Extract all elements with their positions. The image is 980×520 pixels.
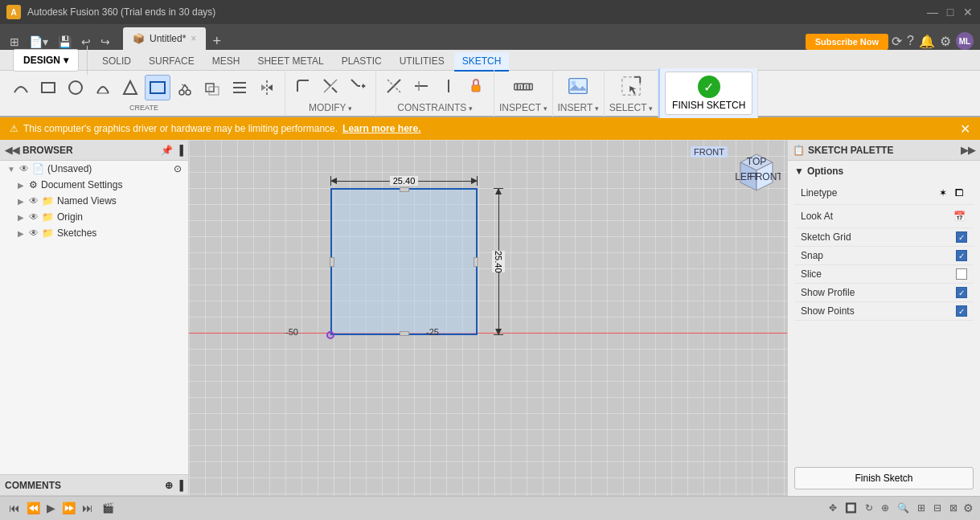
origin-eye[interactable]: 👁: [29, 211, 39, 223]
horizontal-tool[interactable]: [408, 73, 434, 99]
lock-tool[interactable]: [463, 73, 489, 99]
view-cube[interactable]: TOP LEFT FRONT: [732, 146, 781, 194]
show-profile-checkbox[interactable]: [956, 287, 967, 298]
insert-image-tool[interactable]: [565, 73, 591, 99]
browser-collapse[interactable]: ◀◀: [5, 145, 19, 156]
help-icon[interactable]: ?: [907, 34, 914, 48]
mid-handle-bottom[interactable]: [400, 331, 409, 336]
fillet-tool[interactable]: [290, 73, 316, 99]
tab-surface[interactable]: SURFACE: [141, 52, 203, 72]
minimize-button[interactable]: —: [927, 6, 938, 18]
sketch-grid-checkbox[interactable]: [956, 231, 967, 243]
extend-tool[interactable]: [345, 73, 371, 99]
playback-end[interactable]: ⏭: [80, 502, 96, 514]
dim-v-label[interactable]: 25.40: [492, 251, 505, 273]
canvas-area[interactable]: 25.40 25.40 -50 -25 FRONT TOP LEFT: [189, 140, 787, 496]
triangle-tool[interactable]: [117, 75, 143, 100]
sketches-toggle[interactable]: ▶: [16, 229, 26, 238]
slice-checkbox[interactable]: [956, 268, 967, 280]
root-eye[interactable]: 👁: [19, 163, 29, 174]
playback-next[interactable]: ⏩: [59, 502, 78, 514]
tree-origin[interactable]: ▶ 👁 📁 Origin: [0, 209, 188, 225]
tab-plastic[interactable]: PLASTIC: [334, 52, 390, 72]
dim-horizontal[interactable]: 25.40: [330, 174, 478, 188]
playback-start[interactable]: ⏮: [6, 502, 23, 514]
tree-root[interactable]: ▼ 👁 📄 (Unsaved) ⊙: [0, 161, 188, 177]
rectangle-tool[interactable]: [35, 75, 61, 100]
tree-doc-settings[interactable]: ▶ ⚙ Document Settings: [0, 177, 188, 193]
view-mode2[interactable]: ⊟: [931, 502, 944, 514]
origin-toggle[interactable]: ▶: [16, 213, 26, 222]
palette-finish-sketch-button[interactable]: Finish Sketch: [794, 467, 974, 489]
palette-expand[interactable]: ▶▶: [961, 145, 975, 156]
comments-panel-toggle[interactable]: ▐: [176, 480, 183, 491]
snap-checkbox[interactable]: [956, 250, 967, 261]
circle-tool[interactable]: [63, 75, 88, 100]
nv-toggle[interactable]: ▶: [16, 197, 26, 206]
maximize-button[interactable]: □: [945, 6, 956, 18]
offset-tool[interactable]: [199, 75, 225, 100]
close-button[interactable]: ✕: [962, 6, 974, 18]
bottom-settings[interactable]: ⚙: [963, 502, 974, 514]
active-tab[interactable]: 📦 Untitled* ×: [123, 27, 206, 50]
tree-named-views[interactable]: ▶ 👁 📁 Named Views: [0, 193, 188, 209]
mid-handle-left[interactable]: [330, 257, 334, 267]
new-tab-button[interactable]: +: [212, 33, 221, 50]
select-tool[interactable]: [618, 73, 644, 99]
subscribe-button[interactable]: Subscribe Now: [806, 34, 888, 50]
measure-tool[interactable]: [511, 73, 536, 99]
orbit-tool[interactable]: ↻: [863, 502, 875, 514]
nv-eye[interactable]: 👁: [29, 195, 39, 207]
vertical-tool[interactable]: [436, 73, 461, 99]
sketches-eye[interactable]: 👁: [29, 227, 39, 239]
browser-more[interactable]: ▐: [176, 145, 183, 156]
add-comment-button[interactable]: ⊕: [165, 480, 173, 491]
zoom-out[interactable]: 🔍: [895, 502, 912, 514]
move-tool[interactable]: ✥: [826, 502, 839, 514]
tree-sketches[interactable]: ▶ 👁 📁 Sketches: [0, 225, 188, 241]
root-options[interactable]: ⊙: [174, 163, 182, 174]
pan-tool[interactable]: 🔲: [843, 502, 859, 514]
dim-h-label[interactable]: 25.40: [390, 176, 419, 186]
coincident-tool[interactable]: [381, 73, 407, 99]
tab-utilities[interactable]: UTILITIES: [392, 52, 453, 72]
pattern-tool[interactable]: [227, 75, 252, 100]
arc2-tool[interactable]: [90, 75, 116, 100]
dim-vertical[interactable]: 25.40: [486, 188, 511, 335]
look-at-icon[interactable]: 📅: [951, 208, 967, 224]
finish-sketch-button[interactable]: ✓ FINISH SKETCH: [665, 72, 752, 115]
trim-tool2[interactable]: [318, 73, 343, 99]
root-toggle[interactable]: ▼: [6, 165, 16, 174]
notification-icon[interactable]: 🔔: [919, 34, 935, 49]
tab-sketch[interactable]: SKETCH: [454, 52, 510, 72]
mirror-tool[interactable]: [254, 75, 280, 100]
playback-prev[interactable]: ⏪: [24, 502, 43, 514]
browser-pin[interactable]: 📌: [161, 145, 173, 156]
zoom-fit[interactable]: ⊕: [879, 502, 892, 514]
avatar[interactable]: ML: [956, 32, 974, 50]
trim-tool[interactable]: [172, 75, 198, 100]
linetype-icon2[interactable]: ⧠: [951, 185, 967, 201]
tab-solid[interactable]: SOLID: [94, 52, 139, 72]
mid-handle-right[interactable]: [474, 257, 478, 267]
doc-toggle[interactable]: ▶: [16, 181, 26, 190]
show-points-checkbox[interactable]: [956, 305, 967, 317]
playback-play[interactable]: ▶: [44, 502, 58, 514]
view-mode1[interactable]: ⊞: [915, 502, 928, 514]
linetype-icon1[interactable]: ✶: [935, 185, 951, 201]
arc-tool[interactable]: [8, 75, 34, 100]
view-mode3[interactable]: ⊠: [947, 502, 960, 514]
design-dropdown[interactable]: DESIGN ▾: [13, 49, 79, 72]
refresh-icon[interactable]: ⟳: [892, 34, 902, 49]
options-header[interactable]: ▼ Options: [794, 166, 974, 177]
tab-sheet-metal[interactable]: SHEET METAL: [249, 52, 331, 72]
timeline-icon[interactable]: 🎬: [102, 502, 114, 514]
sketch-rect-tool[interactable]: [145, 75, 170, 100]
warning-close[interactable]: ✕: [960, 121, 970, 137]
palette-scroll[interactable]: ▼ Options Linetype ✶ ⧠ Look At 📅 Sketch …: [788, 161, 980, 461]
warning-link[interactable]: Learn more here.: [342, 123, 420, 134]
tab-mesh[interactable]: MESH: [204, 52, 248, 72]
tab-close-button[interactable]: ×: [191, 33, 196, 44]
redo-button[interactable]: ↪: [97, 34, 113, 50]
settings-icon[interactable]: ⚙: [940, 34, 951, 49]
